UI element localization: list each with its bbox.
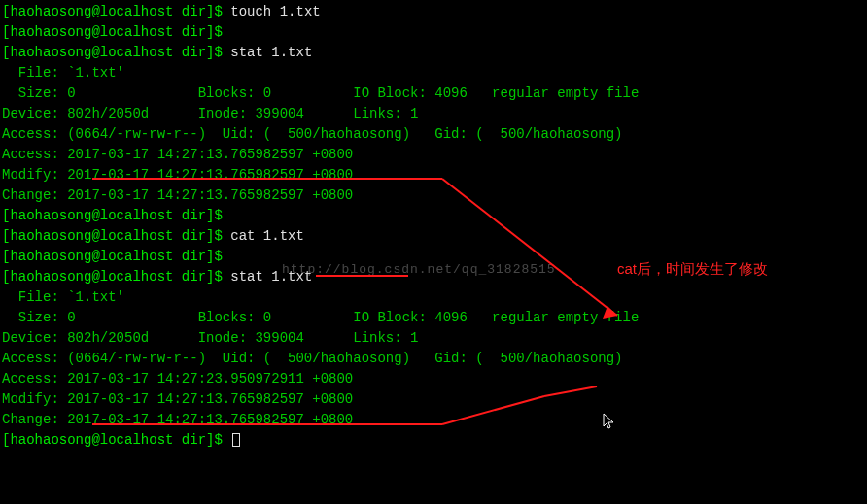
annotation-text: cat后，时间发生了修改 — [617, 258, 768, 281]
terminal-line: Modify: 2017-03-17 14:27:13.765982597 +0… — [2, 389, 865, 410]
terminal-line: Change: 2017-03-17 14:27:13.765982597 +0… — [2, 410, 865, 430]
output-text: Modify: 2017-03-17 14:27:13.765982597 +0… — [2, 167, 353, 183]
output-text: Access: 2017-03-17 14:27:23.950972911 +0… — [2, 371, 353, 386]
terminal-line: Change: 2017-03-17 14:27:13.765982597 +0… — [2, 185, 865, 206]
command-text: stat 1.txt — [230, 269, 312, 285]
terminal-line: Size: 0 Blocks: 0 IO Block: 4096 regular… — [2, 308, 865, 328]
terminal-line: [haohaosong@localhost dir]$ touch 1.txt — [2, 2, 865, 22]
output-text: Modify: 2017-03-17 14:27:13.765982597 +0… — [2, 391, 353, 407]
terminal-line: [haohaosong@localhost dir]$ — [2, 430, 865, 451]
output-text: File: `1.txt' — [2, 289, 124, 305]
terminal-line: Access: 2017-03-17 14:27:23.950972911 +0… — [2, 369, 865, 389]
output-text: Access: 2017-03-17 14:27:13.765982597 +0… — [2, 147, 353, 162]
terminal-line: [haohaosong@localhost dir]$ cat 1.txt — [2, 226, 865, 247]
command-text: stat 1.txt — [230, 45, 312, 60]
output-text: Device: 802h/2050d Inode: 399004 Links: … — [2, 330, 418, 346]
terminal-line: Device: 802h/2050d Inode: 399004 Links: … — [2, 104, 865, 124]
output-text: Device: 802h/2050d Inode: 399004 Links: … — [2, 106, 418, 121]
terminal-line: Access: (0664/-rw-rw-r--) Uid: ( 500/hao… — [2, 124, 865, 145]
terminal-line: Access: (0664/-rw-rw-r--) Uid: ( 500/hao… — [2, 349, 865, 369]
terminal-line: Modify: 2017-03-17 14:27:13.765982597 +0… — [2, 165, 865, 185]
output-text: Size: 0 Blocks: 0 IO Block: 4096 regular… — [2, 310, 639, 325]
output-text: Change: 2017-03-17 14:27:13.765982597 +0… — [2, 412, 353, 427]
terminal-line: File: `1.txt' — [2, 287, 865, 308]
output-text: Access: (0664/-rw-rw-r--) Uid: ( 500/hao… — [2, 351, 623, 366]
terminal-line: [haohaosong@localhost dir]$ — [2, 206, 865, 226]
output-text: Access: (0664/-rw-rw-r--) Uid: ( 500/hao… — [2, 126, 623, 142]
command-text: touch 1.txt — [230, 4, 320, 19]
terminal-line: File: `1.txt' — [2, 63, 865, 84]
output-text: Change: 2017-03-17 14:27:13.765982597 +0… — [2, 187, 353, 203]
cursor-icon — [232, 433, 240, 447]
output-text: Size: 0 Blocks: 0 IO Block: 4096 regular… — [2, 85, 639, 101]
terminal-line: [haohaosong@localhost dir]$ stat 1.txt — [2, 43, 865, 63]
terminal-line: [haohaosong@localhost dir]$ — [2, 22, 865, 43]
terminal-line: Device: 802h/2050d Inode: 399004 Links: … — [2, 328, 865, 349]
terminal-line: Size: 0 Blocks: 0 IO Block: 4096 regular… — [2, 84, 865, 104]
output-text: File: `1.txt' — [2, 65, 124, 81]
command-text: cat 1.txt — [230, 228, 304, 244]
terminal-output[interactable]: [haohaosong@localhost dir]$ touch 1.txt[… — [2, 2, 865, 451]
terminal-line: Access: 2017-03-17 14:27:13.765982597 +0… — [2, 145, 865, 165]
